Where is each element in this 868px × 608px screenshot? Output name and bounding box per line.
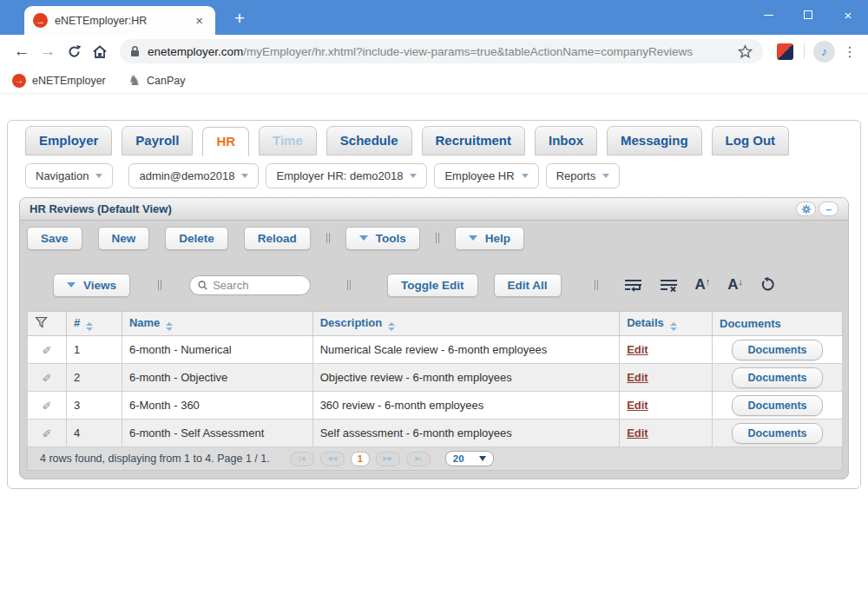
bookmark-label: CanPay [147,75,185,87]
tab-schedule[interactable]: Schedule [326,126,412,155]
row-num: 1 [66,336,122,364]
panel-title: HR Reviews (Default View) [30,202,172,215]
edit-link[interactable]: Edit [627,343,648,356]
no-wrap-text-icon[interactable] [660,278,678,293]
window-close-button[interactable]: × [828,0,868,30]
window-maximize-button[interactable] [788,0,828,30]
views-dropdown-button[interactable]: Views [53,274,130,297]
employee-hr-dropdown[interactable]: Employee HR [434,163,538,188]
dropdown-label: Navigation [36,169,89,182]
app-tab-bar: Employer Payroll HR Time Schedule Recrui… [8,121,860,155]
chevron-down-icon [522,174,529,178]
font-increase-icon[interactable]: A↑ [695,276,711,294]
wrap-text-icon[interactable] [624,278,642,293]
toggle-edit-button[interactable]: Toggle Edit [387,274,478,297]
filter-column-header[interactable] [28,312,67,336]
address-bar[interactable]: enetemployer.com/myEmployer/hr.xhtml?inc… [120,39,763,63]
chevron-down-icon [410,174,417,178]
edit-link[interactable]: Edit [627,399,648,412]
bookmarks-bar: → eNETEmployer ♞ CanPay [0,68,868,94]
documents-button[interactable]: Documents [732,367,822,388]
documents-button[interactable]: Documents [732,423,822,444]
edit-all-button[interactable]: Edit All [494,274,562,297]
edit-link[interactable]: Edit [627,426,648,439]
profile-avatar[interactable]: ♪ [813,41,835,63]
button-label: Tools [376,232,406,245]
save-button[interactable]: Save [27,227,82,250]
dropdown-label: Reports [556,169,596,182]
panel-minimize-button[interactable]: – [819,202,838,216]
bookmark-enetemployer[interactable]: → eNETEmployer [12,74,106,88]
tab-payroll[interactable]: Payroll [122,126,193,155]
app-container: Employer Payroll HR Time Schedule Recrui… [7,120,861,489]
chevron-down-icon [479,456,486,461]
separator [347,280,351,290]
tab-logout[interactable]: Log Out [712,126,789,155]
dropdown-label: Employee HR [444,169,514,182]
new-tab-button[interactable]: + [227,8,252,29]
row-documents: Documents [713,420,843,447]
row-edit-cell[interactable]: ✎ [28,392,67,420]
arrow-down-icon: ↓ [739,276,744,287]
employer-hr-dropdown[interactable]: Employer HR: demo2018 [266,163,427,188]
tools-dropdown-button[interactable]: Tools [345,227,420,250]
window-minimize-button[interactable] [748,0,788,30]
bookmark-canpay[interactable]: ♞ CanPay [128,74,186,88]
panel-settings-button[interactable] [796,202,816,216]
row-name: 6-Month - 360 [122,392,312,420]
row-edit-cell[interactable]: ✎ [28,364,67,392]
column-header-num[interactable]: # [66,312,122,336]
letter-a: A [727,276,738,294]
browser-menu-icon[interactable]: ⋮ [840,43,859,60]
extension-icon[interactable] [777,43,793,60]
dropdown-label: Employer HR: demo2018 [276,169,403,182]
tab-messaging[interactable]: Messaging [607,126,702,155]
column-header-description[interactable]: Description [312,312,619,336]
documents-button[interactable]: Documents [732,340,822,360]
bookmark-star-icon[interactable] [738,44,753,59]
current-page-button[interactable]: 1 [351,452,370,466]
refresh-icon[interactable] [61,44,87,59]
tab-recruitment[interactable]: Recruitment [422,126,526,155]
documents-button[interactable]: Documents [732,395,822,416]
forward-icon[interactable]: → [35,42,61,61]
reset-view-icon[interactable] [760,277,776,293]
tab-employer[interactable]: Employer [25,126,112,155]
pencil-icon: ✎ [43,371,52,384]
action-button-row: Save New Delete Reload Tools Help [20,221,848,249]
help-dropdown-button[interactable]: Help [455,227,524,250]
page-size-select[interactable]: 20 [445,451,494,466]
delete-button[interactable]: Delete [165,227,228,250]
tab-close-icon[interactable]: × [192,13,207,28]
navigation-dropdown[interactable]: Navigation [25,163,113,188]
tab-hr[interactable]: HR [202,127,249,156]
new-button[interactable]: New [98,227,150,250]
lock-icon [130,45,140,57]
column-header-details[interactable]: Details [620,312,713,336]
reports-dropdown[interactable]: Reports [546,163,621,188]
header-label: Description [320,316,383,329]
search-icon [198,280,207,291]
app-nav-row: Navigation admin@demo2018 Employer HR: d… [8,155,860,197]
search-box[interactable] [189,275,311,295]
column-header-name[interactable]: Name [122,312,312,336]
window-controls: × [748,0,868,30]
back-icon[interactable]: ← [9,42,35,61]
edit-link[interactable]: Edit [627,371,648,384]
row-edit-cell[interactable]: ✎ [28,336,67,364]
button-label: Help [485,232,510,245]
page-size-value: 20 [453,453,464,464]
tab-inbox[interactable]: Inbox [535,126,597,155]
search-input[interactable] [213,279,302,292]
pagination-bar: 4 rows found, displaying from 1 to 4. Pa… [27,447,843,471]
rows-status-text: 4 rows found, displaying from 1 to 4. Pa… [40,453,270,465]
account-dropdown[interactable]: admin@demo2018 [128,163,259,188]
home-icon[interactable] [87,44,113,59]
chevron-down-icon [602,174,609,178]
tab-time: Time [259,126,317,155]
browser-tab[interactable]: → eNETEmployer:HR × [24,6,215,35]
row-edit-cell[interactable]: ✎ [28,420,67,447]
row-name: 6-month - Self Assessment [122,420,312,447]
font-decrease-icon[interactable]: A↓ [727,276,743,294]
reload-button[interactable]: Reload [244,227,311,250]
